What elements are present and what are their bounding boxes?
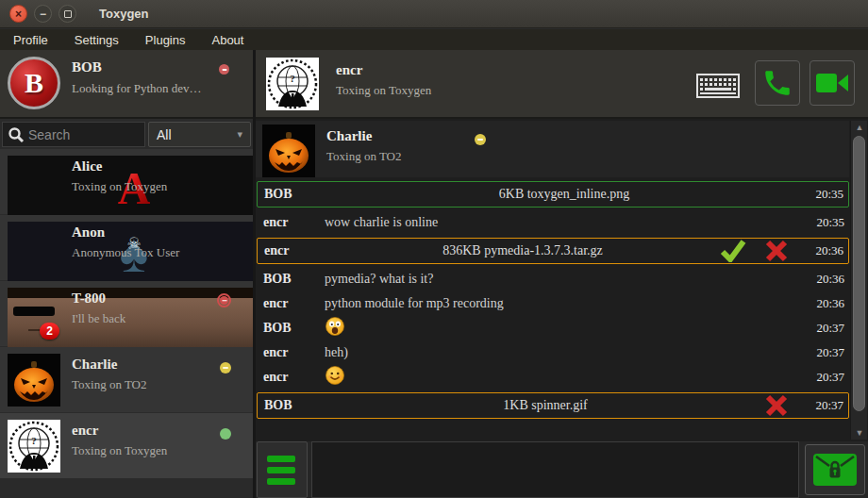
contact-name: Anon	[72, 224, 105, 241]
message-sender: encr	[257, 345, 325, 360]
contact-name: Alice	[72, 158, 102, 174]
scrollbar-thumb[interactable]	[853, 136, 865, 411]
encr-avatar: ?	[8, 420, 60, 473]
header: B BOB Looking for Python dev… ? encr Tox…	[0, 50, 868, 119]
message-list: BOB 6KB toxygen_inline.png 20:35 encr wo…	[257, 178, 849, 422]
search-input[interactable]	[28, 127, 132, 142]
chat-contact-banner[interactable]: Charlie Toxing on TO2	[256, 121, 849, 177]
file-transfer-label: 836KB pymedia-1.3.7.3.tar.gz	[326, 243, 720, 258]
message-sender: encr	[257, 296, 325, 311]
peer-name: encr	[336, 62, 362, 78]
contact-item-t800[interactable]: 2 T-800 I'll be back	[0, 281, 253, 347]
send-message-button[interactable]	[805, 444, 865, 495]
contact-name: Charlie	[72, 357, 117, 373]
contact-item-alice[interactable]: A Alice Toxing on Toxygen	[0, 149, 253, 215]
online-status-icon	[220, 428, 231, 440]
decline-transfer-icon[interactable]	[765, 394, 788, 417]
contact-item-anon[interactable]: ♠ ☠ Anon Anonymous Tox User	[0, 215, 253, 281]
scroll-down-icon[interactable]: ▼	[851, 426, 868, 440]
message-time: 20:35	[804, 215, 849, 230]
banner-status-message: Toxing on TO2	[326, 149, 402, 164]
attachments-menu-button[interactable]	[257, 441, 308, 498]
file-transfer-label: 6KB toxygen_inline.png	[326, 187, 803, 202]
message-file-transfer: BOB 1KB spinner.gif 20:37	[257, 392, 849, 419]
window-close-button[interactable]: ×	[9, 5, 27, 23]
decline-transfer-icon[interactable]	[765, 240, 788, 262]
keyboard-icon[interactable]	[696, 74, 740, 98]
message-sender: encr	[258, 243, 326, 258]
message-body: heh)	[325, 345, 804, 360]
message-text: encr python module for mp3 recording 20:…	[257, 291, 849, 316]
shocked-face-emoji-icon	[326, 317, 344, 336]
message-time: 20:37	[804, 345, 849, 360]
menu-plugins[interactable]: Plugins	[132, 33, 199, 47]
message-emoji: BOB 20:37	[257, 316, 849, 340]
search-box[interactable]	[2, 122, 145, 147]
message-text: BOB pymedia? what is it? 20:36	[257, 267, 849, 291]
chat-scrollbar[interactable]: ▲ ▼	[850, 121, 867, 440]
message-time: 20:35	[803, 187, 848, 202]
menu-profile[interactable]: Profile	[0, 33, 61, 47]
file-transfer-label: 1KB spinner.gif	[326, 398, 765, 413]
self-avatar-letter: B	[25, 67, 43, 99]
pumpkin-icon	[8, 354, 60, 407]
message-sender: BOB	[257, 321, 325, 336]
phone-icon	[761, 67, 793, 99]
audio-call-button[interactable]	[755, 60, 800, 106]
toxygen-window: × − Toxygen Profile Settings Plugins Abo…	[0, 0, 868, 498]
encrypted-send-icon	[813, 454, 857, 486]
message-sender: encr	[257, 370, 325, 385]
message-body: python module for mp3 recording	[325, 296, 804, 311]
message-sender: BOB	[258, 187, 326, 202]
menu-settings[interactable]: Settings	[61, 33, 132, 47]
self-name[interactable]: BOB	[72, 59, 102, 75]
message-input[interactable]	[311, 441, 799, 498]
charlie-avatar	[262, 124, 315, 177]
contact-status-message: Toxing on TO2	[72, 377, 147, 392]
sidebar: All ▾ A Alice Toxing on Toxygen ♠ ☠ Anon…	[0, 121, 253, 498]
search-icon	[8, 126, 25, 143]
contact-item-encr[interactable]: ? encr Toxing on Toxygen	[0, 413, 253, 479]
search-row: All ▾	[0, 121, 253, 149]
message-body: pymedia? what is it?	[325, 272, 804, 287]
smiling-face-emoji-icon	[326, 366, 344, 385]
contact-filter-dropdown[interactable]: All ▾	[148, 122, 251, 147]
contact-status-message: Anonymous Tox User	[72, 245, 179, 260]
svg-text:?: ?	[31, 435, 37, 446]
peer-avatar: ?	[266, 58, 319, 110]
message-file-transfer: BOB 6KB toxygen_inline.png 20:35	[257, 181, 849, 208]
contact-status-message: I'll be back	[72, 311, 125, 326]
chevron-down-icon: ▾	[237, 128, 242, 141]
message-body: wow charlie is online	[325, 215, 804, 230]
menu-about[interactable]: About	[198, 33, 257, 47]
message-time: 20:37	[804, 370, 849, 385]
message-time: 20:37	[803, 398, 848, 413]
self-avatar[interactable]: B	[8, 57, 60, 109]
window-minimize-button[interactable]: −	[34, 5, 52, 23]
maximize-icon	[64, 10, 72, 18]
charlie-avatar	[8, 354, 60, 407]
banner-name: Charlie	[326, 128, 372, 144]
message-time: 20:37	[804, 321, 849, 336]
menu-bar: Profile Settings Plugins About	[0, 29, 868, 50]
contact-item-charlie[interactable]: Charlie Toxing on TO2	[0, 347, 253, 413]
away-status-icon	[475, 134, 486, 145]
message-text: encr wow charlie is online 20:35	[257, 210, 849, 235]
message-sender: BOB	[258, 398, 326, 413]
accept-transfer-icon[interactable]	[720, 240, 746, 262]
self-busy-status-icon[interactable]	[219, 64, 229, 75]
scroll-up-icon[interactable]: ▲	[851, 121, 868, 134]
chat-area: Charlie Toxing on TO2 BOB 6KB toxygen_in…	[256, 119, 868, 498]
away-status-icon	[220, 362, 231, 374]
message-file-transfer: encr 836KB pymedia-1.3.7.3.tar.gz 20:36	[257, 238, 849, 264]
video-call-button[interactable]	[810, 60, 855, 106]
close-icon: ×	[15, 8, 22, 21]
message-time: 20:36	[803, 243, 848, 258]
svg-text:?: ?	[290, 73, 295, 84]
message-time: 20:36	[804, 272, 849, 287]
minimize-icon: −	[40, 8, 46, 21]
self-status-message[interactable]: Looking for Python dev…	[72, 81, 202, 96]
window-maximize-button[interactable]	[58, 5, 76, 23]
anonymous-logo-icon: ?	[8, 420, 60, 473]
window-title: Toxygen	[99, 7, 149, 21]
